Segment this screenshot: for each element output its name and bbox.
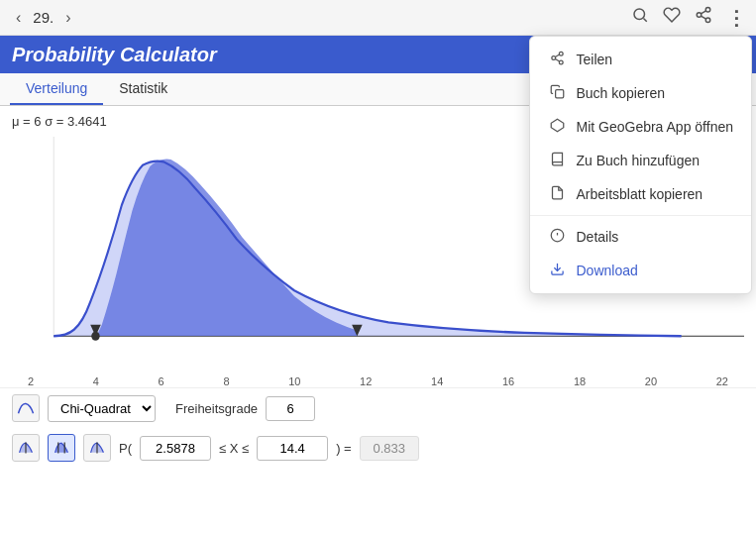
distribution-select-wrapper: Chi-Quadrat Normal Binomial Poisson — [48, 395, 156, 422]
copy-book-icon — [548, 84, 566, 102]
menu-item-teilen[interactable]: Teilen — [530, 43, 751, 76]
menu-item-arbeitsblatt[interactable]: Arbeitsblatt kopieren — [530, 177, 751, 211]
prob-le-label: ≤ X ≤ — [219, 441, 249, 456]
menu-item-geogebra-app[interactable]: Mit GeoGebra App öffnen — [530, 110, 751, 144]
menu-label-download: Download — [576, 263, 637, 278]
distribution-select[interactable]: Chi-Quadrat Normal Binomial Poisson — [48, 395, 156, 422]
svg-point-18 — [552, 56, 556, 60]
bottom-controls: Chi-Quadrat Normal Binomial Poisson Frei… — [0, 387, 756, 428]
menu-label-buch-kopieren: Buch kopieren — [576, 85, 665, 101]
tab-verteilung[interactable]: Verteilung — [10, 73, 103, 105]
next-page-button[interactable]: › — [59, 7, 76, 29]
prev-page-button[interactable]: ‹ — [10, 7, 27, 29]
search-icon[interactable] — [631, 6, 649, 29]
header-icons: ⋮ — [631, 6, 746, 30]
download-icon — [548, 262, 566, 279]
menu-label-teilen: Teilen — [576, 52, 612, 67]
menu-label-zu-buch: Zu Buch hinzufügen — [576, 153, 700, 168]
geogebra-icon — [548, 118, 566, 136]
menu-label-details: Details — [576, 229, 618, 245]
degrees-input[interactable] — [266, 396, 315, 421]
svg-point-12 — [91, 332, 99, 341]
more-icon[interactable]: ⋮ — [726, 6, 746, 30]
page-navigation: ‹ 29. › — [10, 7, 77, 29]
left-tail-button[interactable] — [12, 434, 40, 462]
prob-close-label: ) = — [336, 441, 352, 456]
prob-result — [360, 436, 419, 461]
tab-statistik[interactable]: Statistik — [103, 73, 183, 105]
menu-item-download[interactable]: Download — [530, 254, 751, 287]
svg-point-2 — [705, 8, 710, 13]
right-tail-button[interactable] — [83, 434, 111, 462]
worksheet-icon — [548, 185, 566, 203]
both-tails-button[interactable] — [48, 434, 75, 462]
add-book-icon — [548, 152, 566, 169]
heart-icon[interactable] — [663, 6, 681, 29]
svg-line-20 — [555, 58, 559, 60]
svg-line-6 — [701, 11, 705, 14]
menu-item-details[interactable]: Details — [530, 220, 751, 254]
svg-marker-23 — [551, 119, 564, 132]
menu-item-zu-buch[interactable]: Zu Buch hinzufügen — [530, 144, 751, 177]
probability-row: P( ≤ X ≤ ) = — [0, 428, 756, 468]
svg-line-1 — [643, 18, 646, 21]
distribution-icon — [12, 394, 40, 422]
page-title: Probability Calculator — [12, 44, 217, 66]
degrees-label: Freiheitsgrade — [175, 401, 258, 416]
svg-rect-22 — [556, 90, 564, 98]
svg-point-17 — [559, 52, 563, 55]
svg-point-19 — [559, 60, 563, 64]
svg-point-4 — [705, 18, 710, 23]
svg-point-3 — [697, 13, 702, 18]
svg-point-0 — [634, 9, 645, 20]
details-icon — [548, 228, 566, 246]
svg-line-21 — [555, 54, 559, 56]
page-number: 29. — [33, 9, 54, 26]
share-menu-icon — [548, 51, 566, 68]
prob-p-label: P( — [119, 441, 132, 456]
menu-label-geogebra-app: Mit GeoGebra App öffnen — [576, 119, 733, 135]
menu-divider — [530, 215, 751, 216]
svg-line-5 — [701, 16, 705, 19]
header: ‹ 29. › ⋮ — [0, 0, 756, 36]
x-upper-input[interactable] — [257, 436, 328, 461]
x-lower-input[interactable] — [140, 436, 211, 461]
menu-item-buch-kopieren[interactable]: Buch kopieren — [530, 76, 751, 110]
share-icon[interactable] — [695, 6, 712, 29]
dropdown-menu: Teilen Buch kopieren Mit GeoGebra App öf… — [529, 36, 752, 294]
menu-label-arbeitsblatt: Arbeitsblatt kopieren — [576, 186, 702, 202]
